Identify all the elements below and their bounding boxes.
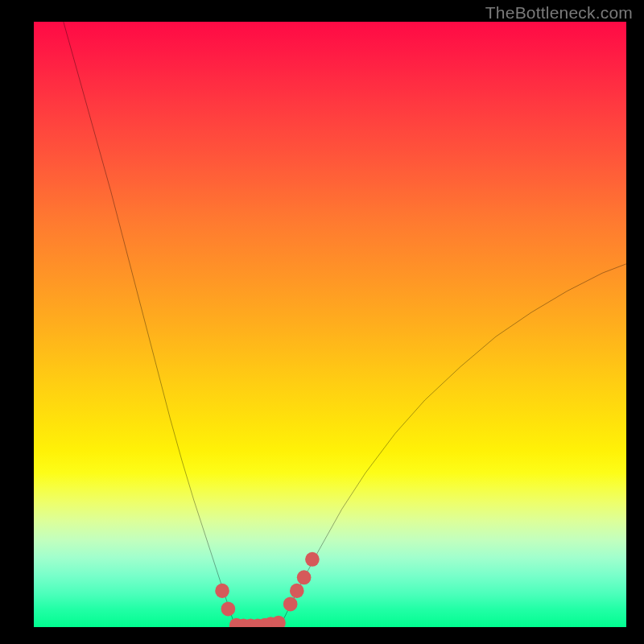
marker-group [215, 552, 320, 627]
watermark-label: TheBottleneck.com [485, 3, 633, 23]
data-point [215, 584, 229, 598]
data-point [290, 584, 304, 598]
data-point [305, 552, 320, 567]
data-point [297, 570, 312, 584]
chart-svg [34, 22, 626, 627]
bottleneck-curve [64, 22, 626, 627]
chart-frame: TheBottleneck.com [0, 0, 644, 644]
data-point [283, 597, 298, 611]
data-point [221, 601, 236, 616]
curve-group [64, 22, 626, 627]
plot-area [34, 22, 626, 627]
data-point [271, 616, 286, 627]
